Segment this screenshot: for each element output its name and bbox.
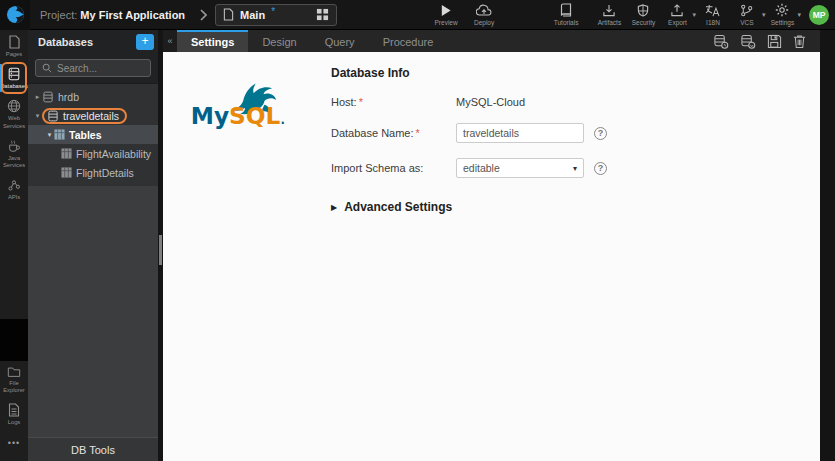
settings-button[interactable]: Settings	[765, 3, 799, 26]
database-name-label-text: Database Name:	[331, 127, 414, 139]
chevron-expanded-icon[interactable]: ▾	[45, 131, 54, 139]
project-name: My First Application	[80, 9, 185, 21]
save-icon[interactable]	[767, 34, 782, 49]
db-reimport-icon[interactable]	[740, 34, 756, 49]
db-scripts-icon[interactable]	[713, 34, 729, 49]
database-name-row: Database Name:* ?	[331, 123, 820, 143]
sidebar-item-java-services[interactable]: Java Services	[0, 134, 28, 173]
mysql-logo-dot: .	[280, 113, 284, 127]
sidebar-item-pages[interactable]: Pages	[0, 30, 28, 62]
topbar: Project: My First Application Main * Pre…	[0, 0, 835, 30]
panel-splitter[interactable]	[158, 30, 163, 461]
log-file-icon	[8, 403, 20, 417]
tab-query[interactable]: Query	[311, 30, 369, 52]
chevron-collapsed-icon[interactable]: ▸	[33, 93, 42, 101]
database-name-input[interactable]	[456, 123, 584, 143]
chevron-expanded-icon[interactable]: ▾	[33, 112, 42, 120]
host-label: Host:*	[331, 96, 456, 108]
cloud-upload-icon	[476, 4, 492, 17]
help-icon[interactable]: ?	[594, 127, 607, 140]
search-box[interactable]	[35, 59, 151, 77]
sidebar-item-file-explorer[interactable]: File Explorer	[0, 361, 28, 398]
import-schema-label: Import Schema as:	[331, 162, 456, 174]
download-tray-icon	[602, 4, 616, 17]
security-button[interactable]: Security	[626, 4, 660, 26]
databases-panel: Databases + ▸ hrdb	[28, 30, 158, 461]
required-marker: *	[359, 96, 363, 108]
page-selector[interactable]: Main *	[215, 4, 337, 26]
tab-design[interactable]: Design	[248, 30, 310, 52]
user-avatar[interactable]: MP	[809, 5, 829, 25]
app-logo[interactable]	[0, 0, 30, 30]
export-button[interactable]: Export	[660, 4, 694, 26]
security-label: Security	[632, 19, 655, 26]
vcs-button[interactable]: VCS	[730, 4, 764, 26]
database-tree: ▸ hrdb ▾ traveldetails ▾	[28, 83, 158, 186]
page-selector-label: Main	[240, 9, 265, 21]
tree-item-traveldetails[interactable]: ▾ traveldetails	[28, 106, 158, 125]
search-input[interactable]	[57, 63, 142, 74]
search-icon	[42, 63, 52, 73]
mysql-logo-sql: SQL	[229, 102, 281, 129]
tree-item-hrdb[interactable]: ▸ hrdb	[28, 87, 158, 106]
tab-bar: « Settings Design Query Procedure	[163, 30, 820, 52]
run-actions: Preview Deploy	[429, 4, 501, 26]
book-icon	[560, 3, 572, 17]
tree-item-label: Tables	[69, 129, 101, 141]
search-wrap	[28, 54, 158, 83]
tree-item-flightavailability[interactable]: FlightAvailability	[28, 144, 158, 163]
preview-button[interactable]: Preview	[429, 4, 463, 26]
tree-item-label: traveldetails	[63, 110, 119, 122]
chevron-down-icon: ▾	[573, 164, 577, 173]
workspace: Pages Databases Web Services Java Serv	[0, 30, 835, 461]
main-area: « Settings Design Query Procedure	[163, 30, 820, 461]
deploy-button[interactable]: Deploy	[467, 4, 501, 26]
artifacts-button[interactable]: Artifacts	[592, 4, 626, 26]
db-tools-button[interactable]: DB Tools	[28, 437, 158, 461]
sidebar-item-web-services[interactable]: Web Services	[0, 94, 28, 133]
page-icon	[223, 8, 234, 21]
activity-bar-bottom: File Explorer Logs •••	[0, 361, 28, 455]
delete-icon[interactable]	[793, 34, 806, 49]
splitter-handle[interactable]	[159, 235, 162, 265]
mysql-logo-my: My	[191, 102, 229, 129]
database-icon	[47, 110, 59, 122]
import-schema-select[interactable]: editable ▾	[456, 158, 584, 178]
add-database-button[interactable]: +	[136, 34, 154, 50]
sidebar-item-logs[interactable]: Logs	[0, 398, 28, 430]
sidebar-item-databases[interactable]: Databases	[0, 62, 28, 94]
table-icon	[61, 167, 72, 178]
page-modified-marker: *	[271, 6, 275, 17]
shield-icon	[637, 4, 649, 17]
chevron-right-icon	[199, 9, 207, 21]
required-marker: *	[416, 127, 420, 139]
play-icon	[440, 4, 452, 17]
tutorials-button[interactable]: Tutorials	[549, 3, 583, 26]
mysql-logo: MySQL.	[188, 68, 306, 461]
collapse-panel-button[interactable]: «	[163, 30, 177, 52]
advanced-settings-label: Advanced Settings	[344, 200, 452, 214]
api-icon	[7, 178, 21, 192]
sidebar-item-apis[interactable]: APIs	[0, 173, 28, 205]
global-actions: Artifacts Security Export ▾ I18N	[592, 3, 829, 26]
sidebar-item-label: File Explorer	[0, 380, 28, 394]
i18n-button[interactable]: I18N	[696, 4, 730, 26]
host-value: MySQL-Cloud	[456, 96, 525, 108]
databases-panel-header: Databases +	[28, 30, 158, 54]
settings-content: MySQL. Database Info Host:* MySQL-Cloud	[163, 52, 820, 461]
advanced-settings-toggle[interactable]: ▶ Advanced Settings	[331, 200, 820, 214]
i18n-label: I18N	[706, 19, 720, 26]
more-options-icon[interactable]: •••	[0, 430, 28, 454]
settings-caret-icon[interactable]: ▾	[797, 11, 801, 26]
tree-item-tables[interactable]: ▾ Tables	[28, 125, 158, 144]
annotation-highlight: traveldetails	[42, 108, 127, 124]
settings-label: Settings	[771, 19, 795, 26]
import-schema-row: Import Schema as: editable ▾ ?	[331, 158, 820, 178]
tab-settings[interactable]: Settings	[177, 30, 248, 52]
grid-icon[interactable]	[316, 8, 329, 21]
tab-procedure[interactable]: Procedure	[369, 30, 448, 52]
tree-item-flightdetails[interactable]: FlightDetails	[28, 163, 158, 182]
help-icon[interactable]: ?	[594, 162, 607, 175]
project-prefix: Project:	[40, 9, 77, 21]
database-icon	[42, 91, 54, 103]
